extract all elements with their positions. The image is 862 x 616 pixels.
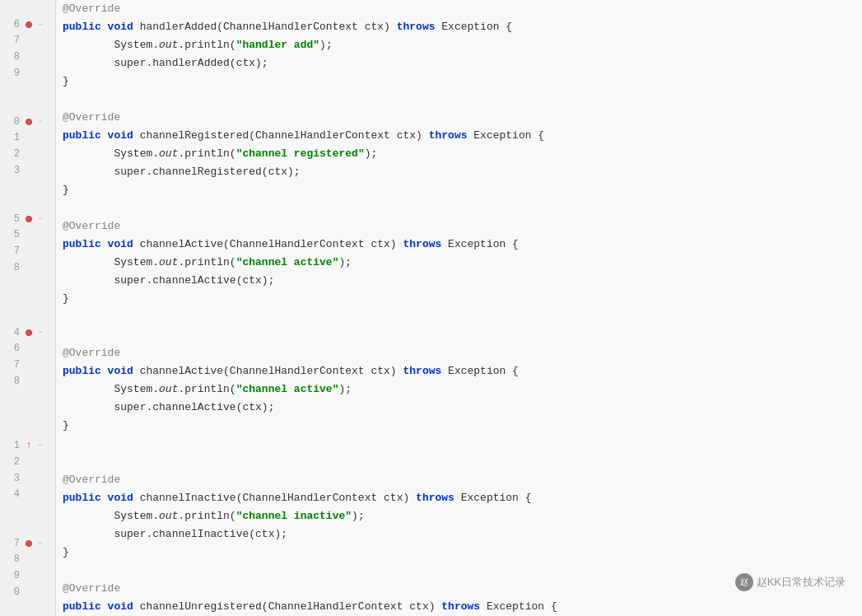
fold-icon[interactable]: − (38, 441, 42, 450)
code-line: System.out.println("channel active"); (63, 254, 862, 272)
token-out: out (159, 36, 178, 54)
gutter-row (0, 276, 55, 292)
token-plain: super.channelInactive(ctx); (114, 525, 287, 544)
gutter-row (0, 390, 55, 406)
gutter-row (0, 502, 55, 519)
token-plain: super.channelActive(ctx); (114, 399, 274, 417)
token-string: "channel registered" (236, 145, 365, 163)
token-plain: Exception { (461, 489, 532, 507)
token-plain: } (63, 181, 69, 199)
breakpoint-dot[interactable] (26, 329, 32, 336)
token-throws-kw: throws (429, 127, 474, 145)
code-line: @Override (63, 471, 862, 489)
line-number: 4 (0, 327, 23, 338)
gutter-row: 7 (0, 357, 55, 373)
token-plain: ); (352, 507, 365, 525)
token-plain: handlerAdded(ChannelHandlerContext ctx) (140, 18, 397, 36)
token-plain: .println( (178, 380, 235, 399)
gutter-row: 0 (0, 584, 55, 600)
line-number: 6 (0, 19, 23, 30)
code-line: public void channelRegistered(ChannelHan… (63, 127, 862, 145)
token-plain: channelInactive(ChannelHandlerContext ct… (140, 489, 416, 507)
breakpoint-dot[interactable] (26, 119, 32, 125)
token-string: "channel active" (236, 380, 339, 399)
line-number: 1 (0, 132, 23, 143)
token-throws-kw: throws (416, 489, 461, 507)
gutter-row (0, 405, 55, 422)
watermark-icon: 赵 (735, 573, 753, 591)
gutter-row (0, 0, 55, 16)
token-plain: ); (319, 36, 333, 54)
code-line: super.channelActive(ctx); (63, 272, 862, 290)
token-plain: .println( (178, 36, 235, 54)
breakpoint-dot[interactable] (26, 21, 32, 28)
gutter-row: 6− (0, 16, 55, 33)
line-gutter: 6−7890−1235−5784−6781↑−2347−890 (0, 0, 56, 616)
code-line: System.out.println("channel active"); (63, 380, 862, 399)
gutter-row (0, 422, 55, 438)
token-out: out (159, 145, 178, 163)
fold-icon[interactable]: − (38, 21, 42, 29)
code-line: @Override (63, 109, 862, 127)
token-plain: Exception { (448, 236, 519, 254)
code-editor: 6−7890−1235−5784−6781↑−2347−890 @Overrid… (0, 0, 862, 616)
code-line: } (63, 72, 862, 91)
token-throws-kw: throws (397, 18, 442, 36)
gutter-row: 2 (0, 146, 55, 162)
line-number: 9 (0, 68, 23, 79)
watermark-text: 赵KK日常技术记录 (757, 575, 846, 590)
token-kw: void (108, 362, 140, 380)
gutter-row: 1 (0, 130, 55, 147)
line-number: 2 (0, 148, 23, 160)
token-kw: public (63, 489, 108, 507)
code-line (63, 199, 862, 217)
token-plain: channelActive(ChannelHandlerContext ctx) (140, 362, 403, 380)
token-plain: .println( (178, 507, 235, 525)
code-content: @Overridepublic void handlerAdded(Channe… (56, 0, 862, 616)
line-number: 8 (0, 553, 23, 565)
token-kw: public (63, 127, 108, 145)
token-kw: void (108, 489, 140, 507)
breakpoint-dot[interactable] (26, 540, 32, 547)
token-plain: } (63, 72, 69, 91)
gutter-row: 3 (0, 470, 55, 487)
token-plain: channelActive(ChannelHandlerContext ctx) (140, 236, 403, 254)
fold-icon[interactable]: − (38, 539, 42, 548)
fold-icon[interactable]: − (38, 215, 42, 223)
breakpoint-dot[interactable] (26, 216, 32, 222)
line-number: 8 (0, 51, 23, 63)
token-annotation: @Override (63, 109, 120, 127)
code-line (63, 435, 862, 453)
token-throws-kw: throws (441, 598, 487, 616)
token-system: System. (114, 145, 159, 163)
token-throws-kw: throws (403, 236, 448, 254)
token-string: "channel inactive" (236, 507, 352, 525)
gutter-row: 5− (0, 211, 55, 227)
line-number: 3 (0, 473, 23, 484)
gutter-row: 7 (0, 32, 55, 49)
line-number: 7 (0, 538, 23, 549)
token-plain: channelUnregistered(ChannelHandlerContex… (140, 598, 442, 616)
line-number: 5 (0, 229, 23, 240)
line-number: 7 (0, 35, 23, 46)
token-kw: public (63, 18, 108, 36)
line-number: 0 (0, 586, 23, 598)
line-number: 5 (0, 213, 23, 225)
token-annotation: @Override (63, 344, 120, 362)
code-line: } (63, 544, 862, 562)
fold-icon[interactable]: − (38, 329, 42, 337)
token-kw: void (108, 598, 140, 616)
gutter-row: 8 (0, 373, 55, 390)
gutter-row (0, 600, 55, 616)
line-number: 8 (0, 262, 23, 273)
line-number: 8 (0, 376, 23, 387)
token-plain: Exception { (487, 598, 557, 616)
code-line: public void handlerAdded(ChannelHandlerC… (63, 18, 862, 36)
code-line: @Override (63, 344, 862, 362)
fold-icon[interactable]: − (38, 118, 42, 126)
gutter-row: 4 (0, 487, 55, 503)
code-line: super.channelActive(ctx); (63, 399, 862, 417)
gutter-row (0, 194, 55, 211)
code-line: public void channelActive(ChannelHandler… (63, 236, 862, 254)
token-annotation: @Override (63, 580, 120, 598)
